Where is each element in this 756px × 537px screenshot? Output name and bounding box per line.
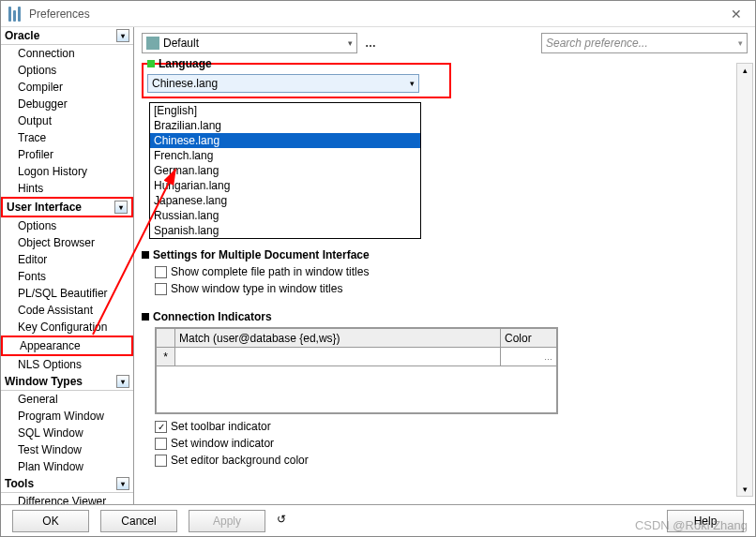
tree-item-general[interactable]: General: [1, 391, 133, 408]
tree-item-editor[interactable]: Editor: [1, 251, 133, 268]
tree-item-nls-options[interactable]: NLS Options: [1, 356, 133, 373]
tree-item-appearance[interactable]: Appearance: [1, 336, 133, 356]
modified-marker-icon: [147, 60, 155, 67]
chevron-down-icon: ▾: [738, 38, 743, 48]
tree-item-trace[interactable]: Trace: [1, 129, 133, 146]
vertical-scrollbar[interactable]: ▴ ▾: [736, 63, 753, 497]
language-option[interactable]: Chinese.lang: [150, 133, 420, 148]
language-option[interactable]: Brazilian.lang: [150, 118, 420, 133]
tree-item-connection[interactable]: Connection: [1, 45, 133, 62]
mdi-filepath-checkbox[interactable]: Show complete file path in window titles: [142, 263, 725, 280]
tree-item-program-window[interactable]: Program Window: [1, 408, 133, 425]
tree-item-test-window[interactable]: Test Window: [1, 441, 133, 458]
profile-value: Default: [163, 37, 199, 50]
close-icon[interactable]: ✕: [725, 7, 748, 22]
tree-section-oracle[interactable]: Oracle▾: [1, 27, 133, 45]
tree-item-plan-window[interactable]: Plan Window: [1, 458, 133, 475]
toolbar-indicator-checkbox[interactable]: ✓ Set toolbar indicator: [142, 418, 725, 435]
mdi-title: Settings for Multiple Document Interface: [153, 248, 370, 261]
chevron-down-icon: ▾: [348, 38, 353, 48]
window-indicator-checkbox[interactable]: Set window indicator: [142, 435, 725, 452]
checkbox-icon: ✓: [155, 421, 167, 433]
language-select[interactable]: Chinese.lang ▾: [147, 74, 419, 93]
group-marker-icon: [142, 251, 149, 259]
ok-button[interactable]: OK: [12, 510, 89, 532]
tree-item-logon-history[interactable]: Logon History: [1, 163, 133, 180]
group-marker-icon: [142, 313, 149, 321]
tree-section-tools[interactable]: Tools▾: [1, 475, 133, 493]
reset-icon[interactable]: ↺: [277, 513, 294, 530]
tree-item-profiler[interactable]: Profiler: [1, 146, 133, 163]
scroll-down-icon[interactable]: ▾: [743, 483, 748, 496]
col-match: Match (user@database {ed,ws}): [175, 329, 501, 348]
checkbox-icon: [155, 266, 167, 278]
language-option[interactable]: German.lang: [150, 163, 420, 178]
window-title: Preferences: [29, 7, 90, 21]
tree-item-options[interactable]: Options: [1, 62, 133, 79]
tree-item-output[interactable]: Output: [1, 112, 133, 129]
chevron-down-icon: ▾: [114, 201, 128, 214]
watermark: CSDN @Roki Zhang: [635, 518, 748, 532]
language-title: Language: [159, 57, 212, 70]
preferences-main: Default ▾ … Search preference... ▾ Langu…: [134, 27, 755, 504]
cancel-button[interactable]: Cancel: [100, 510, 177, 532]
color-cell[interactable]: …: [501, 348, 557, 366]
editor-bgcolor-checkbox[interactable]: Set editor background color: [142, 452, 725, 469]
search-placeholder: Search preference...: [546, 37, 648, 50]
cube-icon: [146, 37, 159, 50]
tree-section-window-types[interactable]: Window Types▾: [1, 373, 133, 391]
tree-item-fonts[interactable]: Fonts: [1, 268, 133, 285]
language-option[interactable]: [English]: [150, 103, 420, 118]
tree-item-code-assistant[interactable]: Code Assistant: [1, 302, 133, 319]
checkbox-icon: [155, 455, 167, 467]
checkbox-icon: [155, 438, 167, 450]
language-dropdown[interactable]: [English]Brazilian.langChinese.langFrenc…: [149, 102, 421, 239]
profile-select[interactable]: Default ▾: [142, 33, 357, 53]
tree-item-compiler[interactable]: Compiler: [1, 79, 133, 96]
mdi-windowtype-checkbox[interactable]: Show window type in window titles: [142, 280, 725, 297]
tree-item-options[interactable]: Options: [1, 217, 133, 234]
apply-button[interactable]: Apply: [189, 510, 265, 532]
tree-item-hints[interactable]: Hints: [1, 180, 133, 197]
profile-more-button[interactable]: …: [365, 37, 376, 50]
language-group: Language Chinese.lang ▾ [English]Brazili…: [142, 63, 451, 98]
preferences-tree: Oracle▾ConnectionOptionsCompilerDebugger…: [1, 27, 134, 504]
language-option[interactable]: Japanese.lang: [150, 193, 420, 208]
search-input[interactable]: Search preference... ▾: [541, 33, 748, 53]
language-value: Chinese.lang: [152, 77, 218, 90]
new-row-marker: *: [157, 348, 175, 366]
scroll-up-icon[interactable]: ▴: [743, 64, 748, 77]
checkbox-icon: [155, 283, 167, 295]
tree-item-pl-sql-beautifier[interactable]: PL/SQL Beautifier: [1, 285, 133, 302]
chevron-down-icon: ▾: [410, 79, 415, 88]
tree-item-sql-window[interactable]: SQL Window: [1, 425, 133, 441]
chevron-down-icon: ▾: [116, 29, 129, 42]
conn-title: Connection Indicators: [153, 310, 272, 323]
row-header: [157, 329, 175, 348]
language-option[interactable]: Russian.lang: [150, 208, 420, 223]
tree-item-key-configuration[interactable]: Key Configuration: [1, 319, 133, 336]
tree-item-object-browser[interactable]: Object Browser: [1, 234, 133, 251]
tree-item-difference-viewer[interactable]: Difference Viewer: [1, 493, 133, 504]
tree-item-debugger[interactable]: Debugger: [1, 96, 133, 112]
language-option[interactable]: Hungarian.lang: [150, 178, 420, 193]
connection-indicators-table[interactable]: Match (user@database {ed,ws}) Color * …: [155, 327, 558, 414]
tree-section-user-interface[interactable]: User Interface▾: [1, 197, 133, 217]
title-bar: Preferences ✕: [1, 1, 755, 27]
col-color: Color: [501, 329, 557, 348]
match-cell[interactable]: [175, 348, 501, 366]
language-option[interactable]: French.lang: [150, 148, 420, 163]
app-icon: [8, 7, 23, 22]
chevron-down-icon: ▾: [116, 477, 129, 490]
language-option[interactable]: Spanish.lang: [150, 223, 420, 238]
chevron-down-icon: ▾: [116, 375, 129, 388]
